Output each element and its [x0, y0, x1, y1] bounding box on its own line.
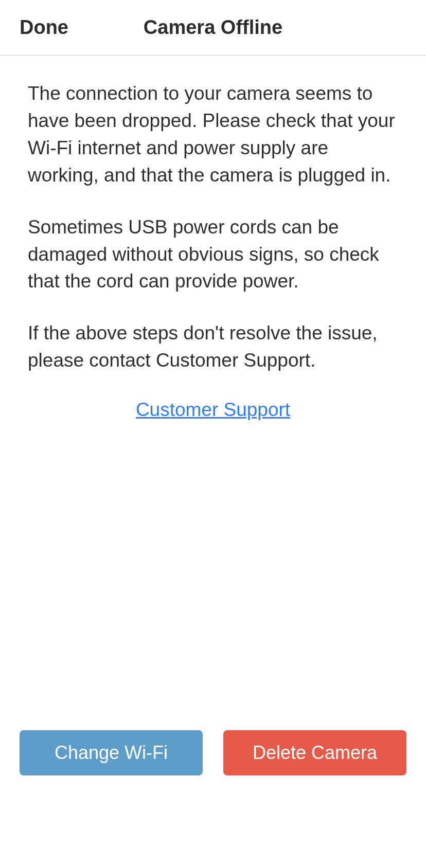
- info-paragraph-3: If the above steps don't resolve the iss…: [28, 320, 398, 374]
- info-paragraph-1: The connection to your camera seems to h…: [28, 80, 398, 189]
- page-title: Camera Offline: [144, 16, 282, 39]
- footer-actions: Change Wi-Fi Delete Camera: [0, 730, 426, 868]
- info-paragraph-2: Sometimes USB power cords can be damaged…: [28, 214, 398, 296]
- done-button[interactable]: Done: [0, 16, 68, 39]
- change-wifi-button[interactable]: Change Wi-Fi: [20, 730, 203, 775]
- header-bar: Done Camera Offline: [0, 0, 426, 56]
- content-area: The connection to your camera seems to h…: [0, 56, 426, 421]
- delete-camera-button[interactable]: Delete Camera: [223, 730, 406, 775]
- customer-support-link[interactable]: Customer Support: [136, 399, 290, 420]
- support-link-container: Customer Support: [28, 399, 398, 421]
